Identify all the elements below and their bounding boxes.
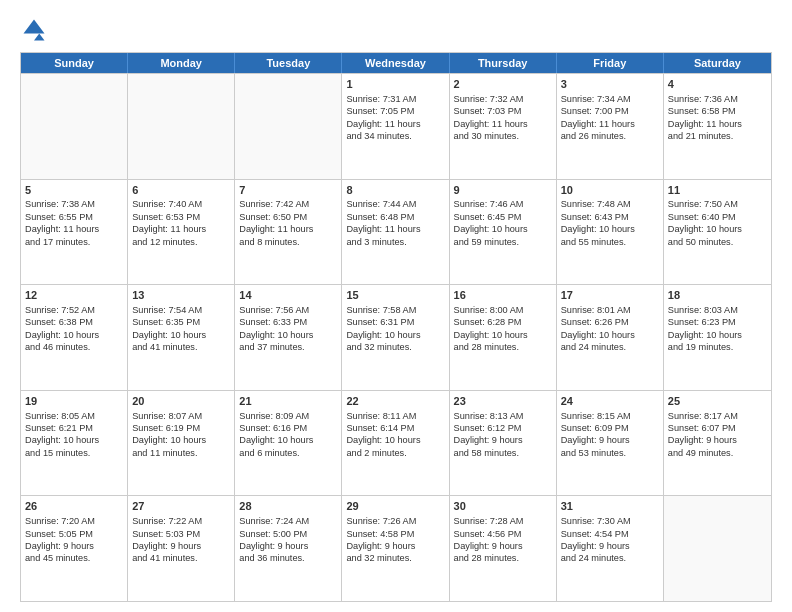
day-number: 29	[346, 499, 444, 514]
day-info-line: Sunrise: 7:48 AM	[561, 198, 659, 210]
day-info-line: Daylight: 9 hours	[561, 434, 659, 446]
day-info-line: Daylight: 9 hours	[346, 540, 444, 552]
cal-row-3: 19Sunrise: 8:05 AMSunset: 6:21 PMDayligh…	[21, 390, 771, 496]
logo-icon	[20, 16, 48, 44]
day-number: 5	[25, 183, 123, 198]
day-info-line: and 49 minutes.	[668, 447, 767, 459]
day-info-line: Sunset: 6:31 PM	[346, 316, 444, 328]
cal-cell: 11Sunrise: 7:50 AMSunset: 6:40 PMDayligh…	[664, 180, 771, 285]
day-info-line: Sunset: 6:19 PM	[132, 422, 230, 434]
day-info-line: Sunrise: 7:22 AM	[132, 515, 230, 527]
day-info-line: Sunset: 6:26 PM	[561, 316, 659, 328]
day-info-line: and 24 minutes.	[561, 341, 659, 353]
day-info-line: Sunrise: 7:34 AM	[561, 93, 659, 105]
day-info-line: Sunrise: 7:58 AM	[346, 304, 444, 316]
day-info-line: Daylight: 9 hours	[454, 434, 552, 446]
cal-row-2: 12Sunrise: 7:52 AMSunset: 6:38 PMDayligh…	[21, 284, 771, 390]
day-info-line: Daylight: 11 hours	[668, 118, 767, 130]
day-info-line: Sunrise: 7:42 AM	[239, 198, 337, 210]
day-info-line: Sunset: 6:16 PM	[239, 422, 337, 434]
day-info-line: Sunrise: 8:00 AM	[454, 304, 552, 316]
day-info-line: Sunrise: 7:20 AM	[25, 515, 123, 527]
day-info-line: and 17 minutes.	[25, 236, 123, 248]
cal-cell: 21Sunrise: 8:09 AMSunset: 6:16 PMDayligh…	[235, 391, 342, 496]
day-info-line: and 12 minutes.	[132, 236, 230, 248]
day-info-line: Sunset: 6:14 PM	[346, 422, 444, 434]
day-info-line: Daylight: 11 hours	[454, 118, 552, 130]
day-number: 13	[132, 288, 230, 303]
day-info-line: Daylight: 9 hours	[668, 434, 767, 446]
day-number: 12	[25, 288, 123, 303]
day-number: 22	[346, 394, 444, 409]
day-number: 20	[132, 394, 230, 409]
day-number: 30	[454, 499, 552, 514]
day-info-line: Sunset: 5:03 PM	[132, 528, 230, 540]
day-number: 18	[668, 288, 767, 303]
day-info-line: Daylight: 9 hours	[561, 540, 659, 552]
day-info-line: Daylight: 10 hours	[668, 223, 767, 235]
cal-cell: 19Sunrise: 8:05 AMSunset: 6:21 PMDayligh…	[21, 391, 128, 496]
day-info-line: and 41 minutes.	[132, 552, 230, 564]
cal-cell	[664, 496, 771, 601]
page: SundayMondayTuesdayWednesdayThursdayFrid…	[0, 0, 792, 612]
cal-cell: 1Sunrise: 7:31 AMSunset: 7:05 PMDaylight…	[342, 74, 449, 179]
cal-cell: 3Sunrise: 7:34 AMSunset: 7:00 PMDaylight…	[557, 74, 664, 179]
day-info-line: and 58 minutes.	[454, 447, 552, 459]
day-info-line: and 37 minutes.	[239, 341, 337, 353]
weekday-header-friday: Friday	[557, 53, 664, 73]
day-info-line: Sunrise: 7:30 AM	[561, 515, 659, 527]
day-info-line: Daylight: 11 hours	[25, 223, 123, 235]
day-info-line: Sunset: 7:00 PM	[561, 105, 659, 117]
day-info-line: Sunrise: 8:07 AM	[132, 410, 230, 422]
cal-cell	[235, 74, 342, 179]
day-info-line: Sunset: 6:55 PM	[25, 211, 123, 223]
day-info-line: Daylight: 11 hours	[132, 223, 230, 235]
day-info-line: Daylight: 10 hours	[25, 434, 123, 446]
cal-cell: 8Sunrise: 7:44 AMSunset: 6:48 PMDaylight…	[342, 180, 449, 285]
weekday-header-wednesday: Wednesday	[342, 53, 449, 73]
day-info-line: Sunrise: 7:24 AM	[239, 515, 337, 527]
cal-cell: 7Sunrise: 7:42 AMSunset: 6:50 PMDaylight…	[235, 180, 342, 285]
day-info-line: Sunset: 7:03 PM	[454, 105, 552, 117]
cal-cell: 28Sunrise: 7:24 AMSunset: 5:00 PMDayligh…	[235, 496, 342, 601]
day-info-line: Sunset: 6:50 PM	[239, 211, 337, 223]
cal-cell: 4Sunrise: 7:36 AMSunset: 6:58 PMDaylight…	[664, 74, 771, 179]
day-info-line: Daylight: 9 hours	[239, 540, 337, 552]
day-info-line: Sunrise: 8:13 AM	[454, 410, 552, 422]
svg-marker-1	[34, 34, 45, 41]
day-info-line: Daylight: 10 hours	[346, 329, 444, 341]
logo	[20, 16, 52, 44]
day-info-line: and 2 minutes.	[346, 447, 444, 459]
day-info-line: Daylight: 10 hours	[668, 329, 767, 341]
day-info-line: Daylight: 10 hours	[239, 329, 337, 341]
day-number: 15	[346, 288, 444, 303]
cal-cell: 27Sunrise: 7:22 AMSunset: 5:03 PMDayligh…	[128, 496, 235, 601]
day-number: 25	[668, 394, 767, 409]
cal-cell: 18Sunrise: 8:03 AMSunset: 6:23 PMDayligh…	[664, 285, 771, 390]
day-info-line: Daylight: 10 hours	[132, 434, 230, 446]
day-info-line: Sunrise: 7:32 AM	[454, 93, 552, 105]
day-info-line: Daylight: 10 hours	[561, 329, 659, 341]
day-number: 3	[561, 77, 659, 92]
day-info-line: and 15 minutes.	[25, 447, 123, 459]
day-info-line: and 26 minutes.	[561, 130, 659, 142]
day-info-line: Daylight: 10 hours	[346, 434, 444, 446]
day-info-line: Sunset: 5:05 PM	[25, 528, 123, 540]
day-number: 21	[239, 394, 337, 409]
day-info-line: Sunset: 6:12 PM	[454, 422, 552, 434]
day-info-line: and 28 minutes.	[454, 341, 552, 353]
weekday-header-thursday: Thursday	[450, 53, 557, 73]
day-number: 7	[239, 183, 337, 198]
day-info-line: and 8 minutes.	[239, 236, 337, 248]
cal-cell: 14Sunrise: 7:56 AMSunset: 6:33 PMDayligh…	[235, 285, 342, 390]
day-info-line: Daylight: 9 hours	[25, 540, 123, 552]
day-info-line: Sunset: 4:58 PM	[346, 528, 444, 540]
day-info-line: and 32 minutes.	[346, 341, 444, 353]
day-info-line: and 30 minutes.	[454, 130, 552, 142]
day-info-line: Daylight: 11 hours	[346, 118, 444, 130]
cal-cell: 29Sunrise: 7:26 AMSunset: 4:58 PMDayligh…	[342, 496, 449, 601]
day-info-line: and 19 minutes.	[668, 341, 767, 353]
day-info-line: Sunset: 6:21 PM	[25, 422, 123, 434]
day-number: 23	[454, 394, 552, 409]
day-info-line: Sunrise: 8:03 AM	[668, 304, 767, 316]
